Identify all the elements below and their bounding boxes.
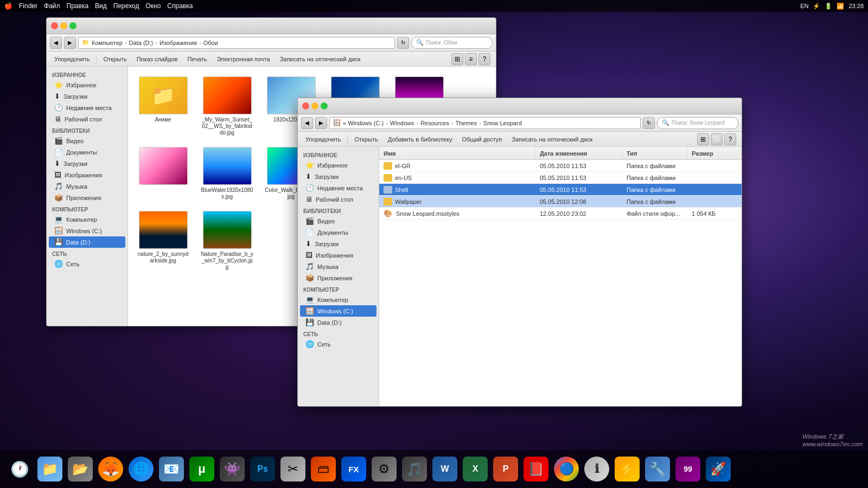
refresh-button-front[interactable]: ↻ bbox=[643, 117, 655, 129]
burn-btn-front[interactable]: Записать на оптический диск bbox=[507, 133, 597, 145]
back-button-back[interactable]: ◀ bbox=[50, 37, 62, 49]
file-item-paradise[interactable]: Nature_Paradise_b_y_win7_by_bCyclon.jpg bbox=[199, 208, 256, 274]
window-menu[interactable]: Окно bbox=[145, 2, 161, 10]
path-images[interactable]: Изображения bbox=[159, 40, 197, 46]
col-size[interactable]: Размер bbox=[687, 147, 742, 159]
taskbar-music[interactable]: 🎵 bbox=[400, 455, 429, 483]
path-computer[interactable]: Компьютер bbox=[92, 40, 123, 46]
finder-menu[interactable]: Finder bbox=[19, 2, 37, 10]
taskbar-acrobat[interactable]: 📕 bbox=[522, 455, 550, 483]
sidebar-item-network[interactable]: 🌐 Сеть bbox=[49, 258, 125, 269]
help-menu[interactable]: Справка bbox=[167, 2, 193, 10]
taskbar-game[interactable]: 👾 bbox=[218, 455, 246, 483]
sidebar-item-music[interactable]: 🎵 Музыка bbox=[49, 181, 125, 192]
taskbar-scissors[interactable]: ✂ bbox=[279, 455, 307, 483]
maximize-button-back[interactable] bbox=[69, 22, 76, 29]
taskbar-settings[interactable]: ⚙ bbox=[370, 455, 398, 483]
view-panel-btn[interactable]: ⬜ bbox=[711, 133, 723, 145]
list-row-shell[interactable]: Shell 05.05.2010 11:53 Папка с файлами bbox=[379, 184, 742, 196]
col-type[interactable]: Тип bbox=[622, 147, 687, 159]
view-list-btn[interactable]: ≡ bbox=[465, 53, 477, 65]
search-box-front[interactable]: 🔍 Поиск: Snow Leopard bbox=[657, 117, 738, 129]
apple-menu[interactable]: 🍎 bbox=[4, 2, 12, 10]
forward-button-front[interactable]: ▶ bbox=[315, 117, 327, 129]
go-menu[interactable]: Переход bbox=[113, 2, 139, 10]
taskbar-browser[interactable]: 🌐 bbox=[127, 455, 155, 483]
path-themes-front[interactable]: Themes bbox=[455, 120, 477, 126]
sidebar-front-datad[interactable]: 💾 Data (D:) bbox=[300, 317, 376, 328]
taskbar-99[interactable]: 99 bbox=[674, 455, 702, 483]
list-row-wallpaper[interactable]: Wallpaper 05.05.2010 12:08 Папка с файла… bbox=[379, 196, 742, 208]
taskbar-finder[interactable]: 📁 bbox=[36, 455, 64, 483]
share-btn-front[interactable]: Общий доступ bbox=[457, 133, 506, 145]
view-options-btn[interactable]: ⊞ bbox=[697, 133, 709, 145]
taskbar-chrome[interactable]: 🔵 bbox=[552, 455, 580, 483]
path-data[interactable]: Data (D:) bbox=[129, 40, 154, 46]
sidebar-item-downloads[interactable]: ⬇ Загрузки bbox=[49, 91, 125, 102]
path-windowsc-front[interactable]: « Windows (C:) bbox=[343, 120, 384, 126]
taskbar-excel[interactable]: X bbox=[461, 455, 489, 483]
col-name[interactable]: Имя bbox=[379, 147, 535, 159]
refresh-button-back[interactable]: ↻ bbox=[397, 37, 409, 49]
path-windows-front[interactable]: Windows bbox=[390, 120, 414, 126]
forward-button-back[interactable]: ▶ bbox=[64, 37, 76, 49]
search-box-back[interactable]: 🔍 Поиск: Обои bbox=[411, 37, 493, 49]
print-btn-back[interactable]: Печать bbox=[183, 53, 211, 65]
view-help-btn[interactable]: ? bbox=[478, 53, 490, 65]
file-item-sunset[interactable]: _My_Warm_Sunset_02__WS_by_fabriloddo.jpg bbox=[199, 73, 256, 139]
path-snowleopard-front[interactable]: Snow Leopard bbox=[483, 120, 522, 126]
maximize-button-front[interactable] bbox=[321, 102, 328, 110]
view-menu[interactable]: Вид bbox=[95, 2, 107, 10]
organize-btn-front[interactable]: Упорядочить bbox=[301, 133, 345, 145]
sidebar-item-apps[interactable]: 📦 Приложения bbox=[49, 192, 125, 203]
taskbar-wrench[interactable]: 🔧 bbox=[643, 455, 672, 483]
slideshow-btn-back[interactable]: Показ слайдов bbox=[132, 53, 182, 65]
file-item-nature2[interactable]: nature_2_by_sunnydarkside.jpg bbox=[135, 208, 192, 274]
sidebar-front-desktop[interactable]: 🖥 Рабочий стол bbox=[300, 194, 376, 205]
sidebar-item-dl2[interactable]: ⬇ Загрузки bbox=[49, 158, 125, 169]
taskbar-clock-item[interactable]: 🕐 bbox=[5, 455, 34, 483]
sidebar-item-video[interactable]: 🎬 Видео bbox=[49, 135, 125, 146]
burn-btn-back[interactable]: Записать на оптический диск bbox=[276, 53, 365, 65]
close-button-back[interactable] bbox=[51, 22, 58, 29]
sidebar-front-docs[interactable]: 📄 Документы bbox=[300, 227, 376, 238]
taskbar-torrent[interactable]: μ bbox=[188, 455, 216, 483]
sidebar-item-images[interactable]: 🖼 Изображения bbox=[49, 169, 125, 181]
taskbar-lightning[interactable]: ⚡ bbox=[613, 455, 641, 483]
taskbar-files[interactable]: 📂 bbox=[66, 455, 94, 483]
sidebar-front-favorites[interactable]: ⭐ Избранное bbox=[300, 159, 376, 171]
sidebar-front-images[interactable]: 🖼 Изображения bbox=[300, 249, 376, 261]
list-row-enus[interactable]: en-US 05.05.2010 11:53 Папка с файлами bbox=[379, 172, 742, 184]
sidebar-item-recent[interactable]: 🕐 Недавние места bbox=[49, 102, 125, 113]
list-row-elgr[interactable]: el-GR 05.05.2010 11:53 Папка с файлами bbox=[379, 160, 742, 172]
sidebar-front-recent[interactable]: 🕐 Недавние места bbox=[300, 182, 376, 194]
sidebar-front-pc[interactable]: 💻 Компьютер bbox=[300, 294, 376, 305]
sidebar-item-favorites[interactable]: ⭐ Избранное bbox=[49, 79, 125, 91]
sidebar-item-docs[interactable]: 📄 Документы bbox=[49, 146, 125, 158]
open-btn-back[interactable]: Открыть bbox=[99, 53, 131, 65]
sidebar-item-windowsc[interactable]: 🪟 Windows (C:) bbox=[49, 225, 125, 236]
sidebar-front-video[interactable]: 🎬 Видео bbox=[300, 215, 376, 227]
address-path-back[interactable]: 📁 Компьютер › Data (D:) › Изображения › … bbox=[78, 37, 395, 49]
taskbar-db[interactable]: 🗃 bbox=[309, 455, 337, 483]
taskbar-powerpoint[interactable]: P bbox=[492, 455, 520, 483]
taskbar-rocket[interactable]: 🚀 bbox=[704, 455, 732, 483]
view-help-btn-front[interactable]: ? bbox=[724, 133, 736, 145]
taskbar-word[interactable]: W bbox=[431, 455, 459, 483]
file-menu[interactable]: Файл bbox=[44, 2, 60, 10]
sidebar-item-datad[interactable]: 💾 Data (D:) bbox=[49, 236, 125, 248]
file-item-pink[interactable] bbox=[135, 144, 192, 203]
path-wallpapers[interactable]: Обои bbox=[203, 40, 218, 46]
file-item-anime[interactable]: 📁 Аниме bbox=[135, 73, 192, 139]
list-row-msstyles[interactable]: 🎨 Snow Leopard.msstyles 12.05.2010 23:02… bbox=[379, 208, 742, 220]
minimize-button-back[interactable] bbox=[60, 22, 67, 29]
taskbar-firefox[interactable]: 🦊 bbox=[97, 455, 125, 483]
col-date[interactable]: Дата изменения bbox=[535, 147, 622, 159]
sidebar-front-windowsc[interactable]: 🪟 Windows (C:) bbox=[300, 305, 376, 317]
sidebar-item-desktop[interactable]: 🖥 Рабочий стол bbox=[49, 113, 125, 125]
email-btn-back[interactable]: Электронная почта bbox=[212, 53, 274, 65]
open-btn-front[interactable]: Открыть bbox=[350, 133, 382, 145]
add-library-btn-front[interactable]: Добавить в библиотеку bbox=[384, 133, 457, 145]
taskbar-email[interactable]: 📧 bbox=[157, 455, 186, 483]
close-button-front[interactable] bbox=[302, 102, 309, 110]
